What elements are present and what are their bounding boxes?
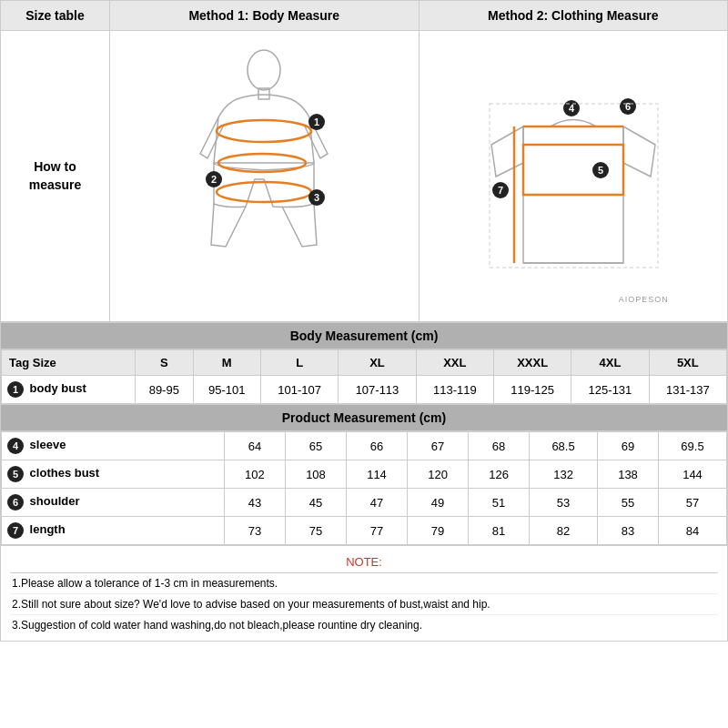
clothes-bust-xxxl: 132 [530, 460, 598, 489]
length-4xl: 83 [598, 517, 659, 545]
num-6-circle: 6 [7, 494, 24, 511]
notes-section: NOTE: 1.Please allow a tolerance of 1-3 … [1, 545, 727, 641]
sleeve-m: 65 [285, 432, 346, 460]
body-measurement-table: Tag Size S M L XL XXL XXXL 4XL 5XL 1 bod… [1, 349, 727, 404]
sleeve-5xl: 69.5 [659, 432, 727, 460]
body-figure-area: 1 2 3 [110, 31, 420, 321]
col-m: M [193, 350, 260, 376]
length-5xl: 84 [659, 517, 727, 545]
body-measurement-header: Body Measurement (cm) [1, 322, 727, 349]
sleeve-label: 4 sleeve [2, 432, 225, 460]
watermark: AIOPESON [619, 295, 669, 304]
body-bust-m: 95-101 [193, 376, 260, 404]
shoulder-5xl: 57 [659, 489, 727, 517]
clothes-bust-xl: 120 [408, 460, 469, 489]
shoulder-l: 47 [347, 489, 408, 517]
body-bust-label: 1 body bust [2, 376, 136, 404]
clothing-figure-area: 4 5 6 7 AIOPESON [420, 31, 728, 321]
clothes-bust-xxl: 126 [469, 460, 530, 489]
length-l: 77 [347, 517, 408, 545]
body-bust-xl: 107-113 [339, 376, 416, 404]
col-l: L [261, 350, 339, 376]
col-xl: XL [339, 350, 416, 376]
clothes-bust-label: 5 clothes bust [2, 460, 225, 489]
length-m: 75 [285, 517, 346, 545]
svg-point-8 [217, 182, 311, 202]
num-1-circle: 1 [7, 381, 24, 398]
clothes-bust-4xl: 138 [598, 460, 659, 489]
body-bust-row: 1 body bust 89-95 95-101 101-107 107-113… [2, 376, 727, 404]
sleeve-xxl: 68 [469, 432, 530, 460]
note-2: 2.Still not sure about size? We'd love t… [10, 594, 718, 615]
shoulder-m: 45 [285, 489, 346, 517]
sleeve-row: 4 sleeve 64 65 66 67 68 68.5 69 69.5 [2, 432, 727, 460]
size-table-label: Size table [1, 1, 110, 30]
clothing-figure: 4 5 6 7 AIOPESON [473, 45, 673, 308]
length-xxxl: 82 [530, 517, 598, 545]
col-xxxl: XXXL [493, 350, 571, 376]
notes-header: NOTE: [10, 551, 718, 573]
col-s: S [136, 350, 194, 376]
num-4-circle: 4 [7, 438, 24, 454]
tag-size-column-header: Tag Size [2, 350, 136, 376]
method2-label: Method 2: Clothing Measure [420, 1, 728, 30]
product-measurement-header: Product Measurement (cm) [1, 404, 727, 431]
svg-point-0 [248, 50, 280, 90]
length-s: 73 [224, 517, 285, 545]
col-4xl: 4XL [571, 350, 649, 376]
clothes-bust-m: 108 [285, 460, 346, 489]
length-xxl: 81 [469, 517, 530, 545]
svg-text:5: 5 [598, 165, 603, 176]
svg-text:6: 6 [625, 101, 631, 112]
svg-text:7: 7 [498, 185, 503, 196]
size-table-container: Size table Method 1: Body Measure Method… [0, 0, 728, 642]
svg-text:3: 3 [314, 192, 319, 203]
clothes-bust-row: 5 clothes bust 102 108 114 120 126 132 1… [2, 460, 727, 489]
product-measurement-table: 4 sleeve 64 65 66 67 68 68.5 69 69.5 5 c… [1, 431, 727, 545]
body-svg: 1 2 3 [164, 45, 364, 308]
num-7-circle: 7 [7, 522, 24, 539]
length-label: 7 length [2, 517, 225, 545]
svg-marker-12 [491, 126, 523, 177]
body-figure: 1 2 3 [164, 45, 364, 308]
shoulder-xl: 49 [408, 489, 469, 517]
how-to-measure-label: How tomeasure [1, 31, 110, 321]
method1-label: Method 1: Body Measure [110, 1, 420, 30]
col-5xl: 5XL [649, 350, 726, 376]
shoulder-label: 6 shoulder [2, 489, 225, 517]
body-bust-xxl: 113-119 [416, 376, 493, 404]
body-bust-l: 101-107 [261, 376, 339, 404]
body-bust-4xl: 125-131 [571, 376, 649, 404]
sleeve-s: 64 [224, 432, 285, 460]
clothes-bust-s: 102 [224, 460, 285, 489]
svg-point-2 [217, 120, 311, 142]
svg-text:4: 4 [569, 103, 575, 114]
shoulder-4xl: 55 [598, 489, 659, 517]
svg-marker-13 [623, 126, 655, 177]
length-xl: 79 [408, 517, 469, 545]
shoulder-s: 43 [224, 489, 285, 517]
length-row: 7 length 73 75 77 79 81 82 83 84 [2, 517, 727, 545]
clothes-bust-5xl: 144 [659, 460, 727, 489]
note-1: 1.Please allow a tolerance of 1-3 cm in … [10, 573, 718, 594]
col-xxl: XXL [416, 350, 493, 376]
shoulder-row: 6 shoulder 43 45 47 49 51 53 55 57 [2, 489, 727, 517]
body-bust-xxxl: 119-125 [493, 376, 571, 404]
measure-row: How tomeasure [1, 31, 727, 322]
clothing-svg: 4 5 6 7 [473, 45, 673, 308]
sleeve-xl: 67 [408, 432, 469, 460]
num-5-circle: 5 [7, 466, 24, 482]
header-row: Size table Method 1: Body Measure Method… [1, 1, 727, 31]
svg-text:1: 1 [314, 116, 319, 127]
clothes-bust-l: 114 [347, 460, 408, 489]
note-3: 3.Suggestion of cold water hand washing,… [10, 615, 718, 635]
svg-text:2: 2 [211, 174, 217, 185]
sleeve-l: 66 [347, 432, 408, 460]
sleeve-4xl: 69 [598, 432, 659, 460]
body-bust-s: 89-95 [136, 376, 194, 404]
shoulder-xxl: 51 [469, 489, 530, 517]
sleeve-xxxl: 68.5 [530, 432, 598, 460]
shoulder-xxxl: 53 [530, 489, 598, 517]
body-bust-5xl: 131-137 [649, 376, 726, 404]
